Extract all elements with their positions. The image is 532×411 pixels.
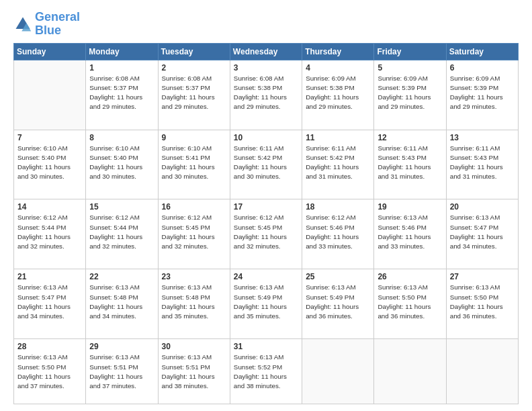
calendar-cell	[302, 339, 374, 404]
weekday-header-monday: Monday	[86, 43, 158, 60]
day-number: 15	[89, 202, 154, 212]
day-info: Sunrise: 6:12 AMSunset: 5:46 PMDaylight:…	[306, 213, 370, 251]
calendar-cell: 18Sunrise: 6:12 AMSunset: 5:46 PMDayligh…	[302, 199, 374, 269]
day-info: Sunrise: 6:13 AMSunset: 5:47 PMDaylight:…	[17, 283, 82, 321]
day-info: Sunrise: 6:11 AMSunset: 5:43 PMDaylight:…	[378, 144, 442, 182]
day-info: Sunrise: 6:10 AMSunset: 5:40 PMDaylight:…	[89, 144, 154, 182]
header: General Blue	[13, 11, 519, 38]
calendar-cell: 5Sunrise: 6:09 AMSunset: 5:39 PMDaylight…	[374, 60, 446, 130]
weekday-header-row: SundayMondayTuesdayWednesdayThursdayFrid…	[14, 43, 519, 60]
weekday-header-tuesday: Tuesday	[158, 43, 230, 60]
calendar-cell: 30Sunrise: 6:13 AMSunset: 5:51 PMDayligh…	[158, 339, 230, 404]
day-info: Sunrise: 6:13 AMSunset: 5:52 PMDaylight:…	[234, 353, 298, 391]
day-number: 8	[89, 133, 154, 142]
day-number: 27	[450, 272, 515, 281]
day-number: 2	[162, 63, 226, 73]
day-number: 28	[17, 342, 82, 351]
calendar-cell: 31Sunrise: 6:13 AMSunset: 5:52 PMDayligh…	[230, 339, 302, 404]
day-info: Sunrise: 6:12 AMSunset: 5:44 PMDaylight:…	[89, 213, 154, 251]
day-info: Sunrise: 6:13 AMSunset: 5:50 PMDaylight:…	[378, 283, 442, 321]
calendar-cell: 9Sunrise: 6:10 AMSunset: 5:41 PMDaylight…	[158, 130, 230, 199]
day-info: Sunrise: 6:12 AMSunset: 5:45 PMDaylight:…	[234, 213, 298, 251]
weekday-header-friday: Friday	[374, 43, 446, 60]
day-info: Sunrise: 6:13 AMSunset: 5:48 PMDaylight:…	[89, 283, 154, 321]
calendar-cell	[14, 60, 86, 130]
weekday-header-sunday: Sunday	[14, 43, 86, 60]
day-number: 5	[378, 63, 442, 73]
calendar-cell: 21Sunrise: 6:13 AMSunset: 5:47 PMDayligh…	[14, 269, 86, 339]
weekday-header-saturday: Saturday	[446, 43, 518, 60]
day-info: Sunrise: 6:13 AMSunset: 5:51 PMDaylight:…	[89, 353, 154, 391]
day-info: Sunrise: 6:13 AMSunset: 5:47 PMDaylight:…	[450, 213, 515, 251]
day-number: 23	[162, 272, 226, 281]
calendar-cell: 29Sunrise: 6:13 AMSunset: 5:51 PMDayligh…	[86, 339, 158, 404]
calendar-week-5: 28Sunrise: 6:13 AMSunset: 5:50 PMDayligh…	[14, 339, 519, 404]
day-info: Sunrise: 6:11 AMSunset: 5:43 PMDaylight:…	[450, 144, 515, 182]
calendar-cell: 12Sunrise: 6:11 AMSunset: 5:43 PMDayligh…	[374, 130, 446, 199]
day-info: Sunrise: 6:10 AMSunset: 5:41 PMDaylight:…	[162, 144, 226, 182]
day-info: Sunrise: 6:13 AMSunset: 5:50 PMDaylight:…	[450, 283, 515, 321]
day-number: 22	[89, 272, 154, 281]
day-number: 9	[162, 133, 226, 142]
logo-text: General Blue	[35, 11, 80, 38]
calendar-week-1: 1Sunrise: 6:08 AMSunset: 5:37 PMDaylight…	[14, 60, 519, 130]
day-number: 12	[378, 133, 442, 142]
calendar-cell: 27Sunrise: 6:13 AMSunset: 5:50 PMDayligh…	[446, 269, 518, 339]
day-number: 31	[234, 342, 298, 351]
day-number: 24	[234, 272, 298, 281]
day-number: 7	[17, 133, 82, 142]
day-number: 3	[234, 63, 298, 73]
day-number: 16	[162, 202, 226, 212]
day-number: 21	[17, 272, 82, 281]
calendar-week-3: 14Sunrise: 6:12 AMSunset: 5:44 PMDayligh…	[14, 199, 519, 269]
page: General Blue SundayMondayTuesdayWednesda…	[0, 0, 532, 411]
calendar-cell: 15Sunrise: 6:12 AMSunset: 5:44 PMDayligh…	[86, 199, 158, 269]
day-info: Sunrise: 6:13 AMSunset: 5:46 PMDaylight:…	[378, 213, 442, 251]
day-info: Sunrise: 6:12 AMSunset: 5:45 PMDaylight:…	[162, 213, 226, 251]
day-info: Sunrise: 6:12 AMSunset: 5:44 PMDaylight:…	[17, 213, 82, 251]
day-info: Sunrise: 6:08 AMSunset: 5:37 PMDaylight:…	[89, 74, 154, 112]
calendar-cell: 25Sunrise: 6:13 AMSunset: 5:49 PMDayligh…	[302, 269, 374, 339]
day-info: Sunrise: 6:08 AMSunset: 5:38 PMDaylight:…	[234, 74, 298, 112]
calendar-table: SundayMondayTuesdayWednesdayThursdayFrid…	[13, 43, 519, 404]
day-info: Sunrise: 6:13 AMSunset: 5:48 PMDaylight:…	[162, 283, 226, 321]
calendar-cell: 14Sunrise: 6:12 AMSunset: 5:44 PMDayligh…	[14, 199, 86, 269]
calendar-week-2: 7Sunrise: 6:10 AMSunset: 5:40 PMDaylight…	[14, 130, 519, 199]
calendar-cell: 6Sunrise: 6:09 AMSunset: 5:39 PMDaylight…	[446, 60, 518, 130]
day-info: Sunrise: 6:09 AMSunset: 5:38 PMDaylight:…	[306, 74, 370, 112]
day-number: 6	[450, 63, 515, 73]
calendar-cell: 4Sunrise: 6:09 AMSunset: 5:38 PMDaylight…	[302, 60, 374, 130]
day-number: 13	[450, 133, 515, 142]
logo-icon	[13, 15, 32, 34]
calendar-cell	[446, 339, 518, 404]
calendar-cell	[374, 339, 446, 404]
calendar-cell: 7Sunrise: 6:10 AMSunset: 5:40 PMDaylight…	[14, 130, 86, 199]
calendar-cell: 22Sunrise: 6:13 AMSunset: 5:48 PMDayligh…	[86, 269, 158, 339]
day-info: Sunrise: 6:13 AMSunset: 5:49 PMDaylight:…	[234, 283, 298, 321]
day-number: 4	[306, 63, 370, 73]
calendar-cell: 10Sunrise: 6:11 AMSunset: 5:42 PMDayligh…	[230, 130, 302, 199]
calendar-cell: 23Sunrise: 6:13 AMSunset: 5:48 PMDayligh…	[158, 269, 230, 339]
calendar-cell: 3Sunrise: 6:08 AMSunset: 5:38 PMDaylight…	[230, 60, 302, 130]
day-number: 20	[450, 202, 515, 212]
calendar-week-4: 21Sunrise: 6:13 AMSunset: 5:47 PMDayligh…	[14, 269, 519, 339]
day-number: 17	[234, 202, 298, 212]
day-info: Sunrise: 6:13 AMSunset: 5:51 PMDaylight:…	[162, 353, 226, 391]
day-info: Sunrise: 6:09 AMSunset: 5:39 PMDaylight:…	[450, 74, 515, 112]
calendar-cell: 2Sunrise: 6:08 AMSunset: 5:37 PMDaylight…	[158, 60, 230, 130]
day-number: 30	[162, 342, 226, 351]
day-info: Sunrise: 6:13 AMSunset: 5:50 PMDaylight:…	[17, 353, 82, 391]
calendar-cell: 26Sunrise: 6:13 AMSunset: 5:50 PMDayligh…	[374, 269, 446, 339]
weekday-header-wednesday: Wednesday	[230, 43, 302, 60]
day-info: Sunrise: 6:08 AMSunset: 5:37 PMDaylight:…	[162, 74, 226, 112]
day-number: 1	[89, 63, 154, 73]
weekday-header-thursday: Thursday	[302, 43, 374, 60]
day-info: Sunrise: 6:13 AMSunset: 5:49 PMDaylight:…	[306, 283, 370, 321]
calendar-cell: 28Sunrise: 6:13 AMSunset: 5:50 PMDayligh…	[14, 339, 86, 404]
logo: General Blue	[13, 11, 80, 38]
day-info: Sunrise: 6:11 AMSunset: 5:42 PMDaylight:…	[306, 144, 370, 182]
day-number: 14	[17, 202, 82, 212]
day-info: Sunrise: 6:10 AMSunset: 5:40 PMDaylight:…	[17, 144, 82, 182]
day-info: Sunrise: 6:11 AMSunset: 5:42 PMDaylight:…	[234, 144, 298, 182]
calendar-cell: 16Sunrise: 6:12 AMSunset: 5:45 PMDayligh…	[158, 199, 230, 269]
